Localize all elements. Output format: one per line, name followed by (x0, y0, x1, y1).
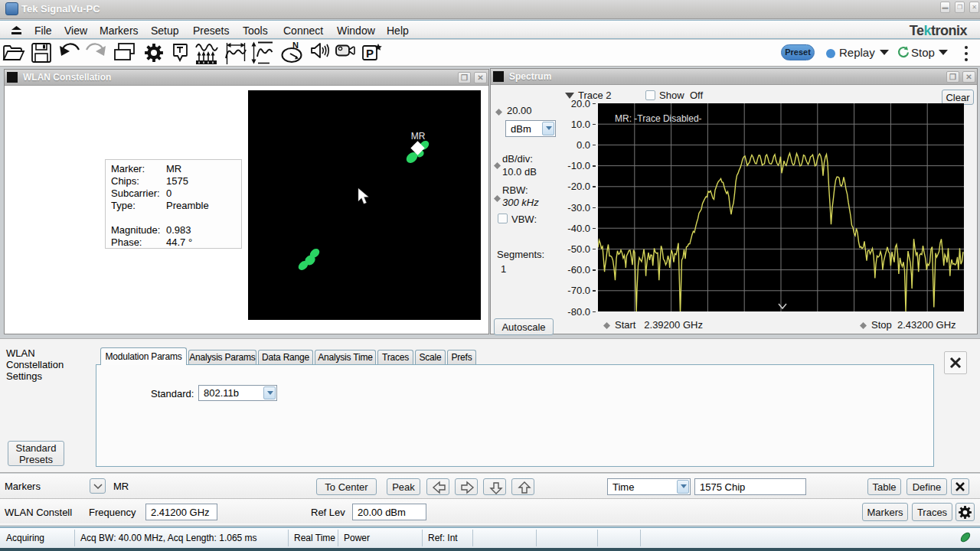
svg-text:MR: MR (411, 131, 426, 142)
svg-text:MR: -Trace Disabled-: MR: -Trace Disabled- (615, 113, 702, 124)
svg-text:N: N (292, 41, 299, 50)
svg-text:P: P (366, 47, 374, 60)
